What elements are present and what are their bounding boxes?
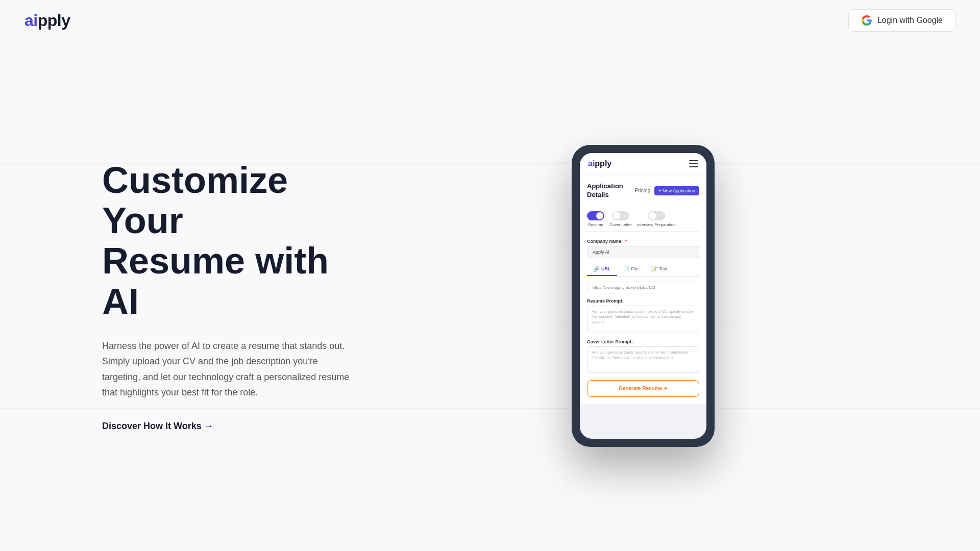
login-with-google-button[interactable]: Login with Google <box>848 9 955 32</box>
tab-text[interactable]: 📝 Text <box>645 263 674 276</box>
logo: aipply <box>24 11 70 30</box>
resume-prompt-textarea[interactable] <box>587 306 699 332</box>
resume-toggle-item: Resume <box>587 211 604 227</box>
phone-mockup-container: aipply Application Details <box>357 145 980 447</box>
hero-title: Customize Your Resume with AI <box>102 160 357 322</box>
cover-letter-toggle[interactable] <box>612 211 629 220</box>
app-content: Application Details Pricing + New Applic… <box>580 175 706 404</box>
phone-screen: aipply Application Details <box>580 153 706 439</box>
logo-ai: ai <box>24 11 38 30</box>
interview-prep-toggle-item: Interview Preparation <box>637 211 676 227</box>
interview-prep-toggle-label: Interview Preparation <box>637 222 676 227</box>
cover-letter-prompt-textarea[interactable] <box>587 346 699 373</box>
app-logo-ai: ai <box>588 159 595 168</box>
file-icon: 📄 <box>623 266 629 272</box>
logo-text: aipply <box>24 11 70 30</box>
app-section-title: Application Details <box>587 182 623 199</box>
text-icon: 📝 <box>651 266 657 272</box>
discover-how-it-works-link[interactable]: Discover How It Works → <box>102 421 213 432</box>
tab-file-label: File <box>631 266 639 271</box>
header: aipply Login with Google <box>0 0 980 41</box>
hero-title-line2: Resume with AI <box>102 240 329 321</box>
source-tabs: 🔗 URL 📄 File 📝 Text <box>587 263 699 277</box>
login-button-label: Login with Google <box>877 16 943 25</box>
tab-url-label: URL <box>601 266 611 271</box>
hero-section: Customize Your Resume with AI Harness th… <box>0 160 357 432</box>
company-name-input[interactable]: Apply AI <box>587 246 699 258</box>
required-indicator: * <box>625 239 627 244</box>
interview-prep-toggle[interactable] <box>648 211 665 220</box>
new-application-button[interactable]: + New Application <box>654 186 699 195</box>
url-input[interactable]: https://www.apply-ai.work/jobs/123 <box>587 282 699 293</box>
app-header: aipply <box>580 153 706 175</box>
tab-url[interactable]: 🔗 URL <box>587 263 617 276</box>
url-icon: 🔗 <box>593 266 599 272</box>
tab-text-label: Text <box>659 266 668 271</box>
app-top-actions: Pricing + New Application <box>635 186 699 195</box>
pricing-link[interactable]: Pricing <box>635 188 651 193</box>
company-name-label: Company name: * <box>587 239 699 244</box>
generate-resume-button[interactable]: Generate Resume ✦ <box>587 380 699 397</box>
cover-letter-toggle-item: Cover Letter <box>609 211 632 227</box>
logo-rest: pply <box>38 11 70 30</box>
app-logo: aipply <box>588 159 611 168</box>
tab-file[interactable]: 📄 File <box>617 263 645 276</box>
phone-mockup: aipply Application Details <box>572 145 715 447</box>
hamburger-menu-icon[interactable] <box>689 160 698 167</box>
generate-resume-label: Generate Resume ✦ <box>619 386 668 391</box>
hero-title-line1: Customize Your <box>102 160 288 241</box>
resume-prompt-label: Resume Prompt: <box>587 298 699 304</box>
resume-toggle-label: Resume <box>588 222 603 227</box>
hero-description: Harness the power of AI to create a resu… <box>102 338 357 400</box>
google-icon <box>861 15 872 26</box>
cover-letter-toggle-label: Cover Letter <box>609 222 632 227</box>
main-content: Customize Your Resume with AI Harness th… <box>0 41 980 551</box>
app-top-bar: Application Details Pricing + New Applic… <box>587 182 699 199</box>
cover-letter-prompt-label: Cover Letter Prompt: <box>587 339 699 344</box>
resume-toggle[interactable] <box>587 211 604 220</box>
toggles-row: Resume Cover Letter Interview Preparatio… <box>587 207 699 232</box>
app-logo-rest: pply <box>595 159 611 168</box>
